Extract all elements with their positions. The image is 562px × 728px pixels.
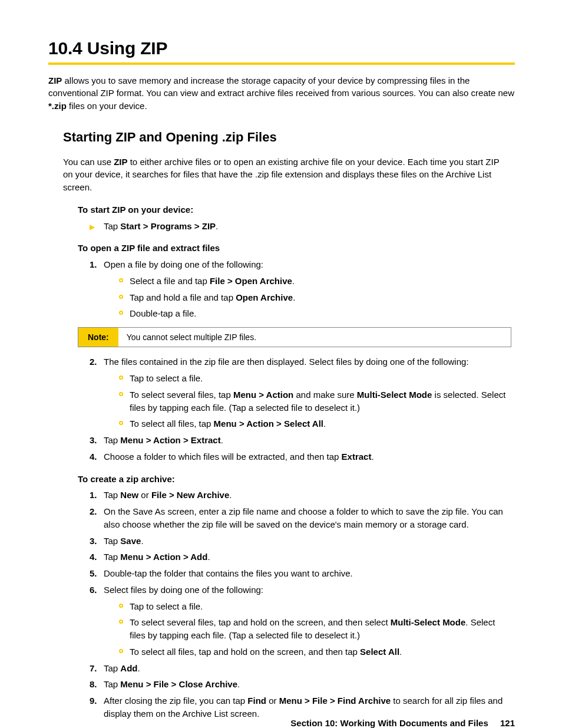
list-item: 3. Tap Save. [90,535,511,548]
list-item: 4. Tap Menu > Action > Add. [90,551,511,564]
list-item: To select all files, tap Menu > Action >… [117,417,511,430]
page-title: 10.4 Using ZIP [48,35,515,61]
section-number: 10.4 [48,38,82,58]
document-page: 10.4 Using ZIP ZIP allows you to save me… [0,0,562,728]
footer-section: Section 10: Working With Documents and F… [290,718,488,728]
triangle-bullet-icon: ▶ [90,222,95,232]
page-footer: Section 10: Working With Documents and F… [290,717,515,728]
divider [48,62,515,65]
proc1-title: To start ZIP on your device: [78,203,515,216]
intro-text-2: files on your device. [67,101,147,111]
intro-text-1: allows you to save memory and increase t… [48,75,514,98]
list-item: Tap to select a file. [117,600,511,613]
list-item: 6. Select files by doing one of the foll… [90,584,511,658]
proc1-step: ▶ Tap Start > Programs > ZIP. [90,220,511,233]
list-item: 1. Tap New or File > New Archive. [90,489,511,502]
proc2-list-cont: 2. The files contained in the zip file a… [90,355,511,463]
sub-intro: You can use ZIP to either archive files … [63,156,511,194]
proc3-list: 1. Tap New or File > New Archive. 2.On t… [90,489,511,720]
list-item: 5.Double-tap the folder that contains th… [90,567,511,580]
intro-bold-ext: *.zip [48,101,67,111]
list-item: To select all files, tap and hold on the… [117,645,511,658]
proc3-title: To create a zip archive: [78,473,515,486]
list-item: Tap to select a file. [117,372,511,385]
list-item: Double-tap a file. [117,307,511,320]
list-item: 2.On the Save As screen, enter a zip fil… [90,505,511,531]
subheading: Starting ZIP and Opening .zip Files [63,128,515,147]
proc2-list: 1. Open a file by doing one of the follo… [90,258,511,320]
page-number: 121 [500,718,515,728]
list-item: 3. Tap Menu > Action > Extract. [90,434,511,447]
note-box: Note: You cannot select multiple ZIP fil… [78,327,511,347]
list-item: Tap and hold a file and tap Open Archive… [117,291,511,304]
list-item: 7. Tap Add. [90,662,511,675]
sub-bullets: Tap to select a file. To select several … [117,600,511,658]
list-item: To select several files, tap Menu > Acti… [117,388,511,414]
sub-bullets: Tap to select a file. To select several … [117,372,511,430]
list-item: To select several files, tap and hold on… [117,616,511,642]
list-item: 2. The files contained in the zip file a… [90,355,511,430]
list-item: 4. Choose a folder to which files will b… [90,450,511,463]
section-name: Using ZIP [87,38,168,58]
intro-paragraph: ZIP allows you to save memory and increa… [48,74,515,113]
note-label: Note: [78,328,118,347]
intro-bold-zip: ZIP [48,75,62,85]
proc2-title: To open a ZIP file and extract files [78,242,515,255]
sub-bullets: Select a file and tap File > Open Archiv… [117,275,511,320]
list-item: 1. Open a file by doing one of the follo… [90,258,511,320]
list-item: 8. Tap Menu > File > Close Archive. [90,678,511,691]
note-text: You cannot select multiple ZIP files. [118,328,511,347]
list-item: Select a file and tap File > Open Archiv… [117,275,511,288]
